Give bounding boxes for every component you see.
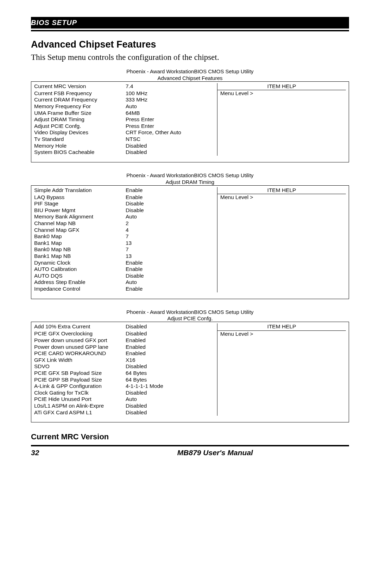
setting-value: Press Enter	[126, 123, 217, 130]
header-bar: BIOS SETUP	[31, 17, 349, 29]
setting-label: Current MRC Version	[34, 83, 126, 90]
bios-block: Phoenix - Award WorkstationBIOS CMOS Set…	[31, 309, 349, 423]
setting-label: SDVO	[34, 363, 126, 370]
setting-label: Dynamic Clock	[34, 260, 126, 266]
setting-label: AUTO DQS	[34, 273, 126, 279]
setting-value: 64 Bytes	[126, 370, 217, 377]
setting-value: Disabled	[126, 390, 217, 396]
setting-value: 13	[126, 240, 217, 247]
bios-caption: Phoenix - Award WorkstationBIOS CMOS Set…	[31, 68, 349, 75]
bios-subcaption: Advanced Chipset Features	[31, 75, 349, 81]
table-row: LAQ BypassEnableMenu Level >	[34, 194, 346, 201]
setting-value: Disabled	[126, 363, 217, 370]
setting-label: Current DRAM Frequency	[34, 97, 126, 103]
setting-value: 333 MHz	[126, 97, 217, 103]
table-row: PCIE GFX OverclockingDisabledMenu Level …	[34, 330, 346, 337]
setting-label: Simple Addr Translation	[34, 187, 126, 194]
setting-value: Disabled	[126, 330, 217, 337]
bios-table: Add 10% Extra CurrentDisabledITEM HELPPC…	[34, 323, 346, 416]
setting-value: Enabled	[126, 350, 217, 357]
setting-label: System BIOS Cacheable	[34, 149, 126, 156]
footer-page-number: 32	[31, 448, 177, 457]
setting-label: Address Step Enable	[34, 279, 126, 286]
setting-label: Power down unused GPP lane	[34, 344, 126, 351]
setting-value: Disabled	[126, 323, 217, 330]
setting-value: Enable	[126, 286, 217, 292]
footer-rule	[31, 445, 349, 446]
setting-value: 100 MHz	[126, 90, 217, 97]
setting-label: Power down unused GFX port	[34, 337, 126, 344]
setting-value: Disabled	[126, 409, 217, 416]
setting-value: 2	[126, 220, 217, 227]
setting-label: Video Display Devices	[34, 129, 126, 136]
setting-value: Auto	[126, 396, 217, 403]
setting-value: Disable	[126, 207, 217, 214]
setting-value: 13	[126, 253, 217, 260]
bios-caption: Phoenix - Award WorkstationBIOS CMOS Set…	[31, 172, 349, 179]
setting-value: X16	[126, 357, 217, 364]
setting-label: AUTO Calibration	[34, 266, 126, 273]
setting-value: 64MB	[126, 110, 217, 117]
bios-table-wrap: Current MRC Version7.4ITEM HELPCurrent F…	[31, 81, 349, 162]
setting-label: Bank0 Map NB	[34, 246, 126, 253]
setting-value: Enable	[126, 194, 217, 201]
item-help-body: Menu Level >	[217, 90, 346, 156]
setting-value: Disabled	[126, 149, 217, 156]
setting-value: CRT Force, Other Auto	[126, 129, 217, 136]
setting-label: Bank1 Map	[34, 240, 126, 247]
bios-table-wrap: Simple Addr TranslationEnableITEM HELPLA…	[31, 185, 349, 299]
setting-label: Add 10% Extra Current	[34, 323, 126, 330]
footer-manual: MB879 User's Manual	[177, 448, 349, 457]
setting-label: PIF Stage	[34, 200, 126, 207]
bios-caption: Phoenix - Award WorkstationBIOS CMOS Set…	[31, 309, 349, 316]
bios-table: Current MRC Version7.4ITEM HELPCurrent F…	[34, 83, 346, 156]
setting-value: 4-1-1-1-1 Mode	[126, 383, 217, 390]
item-help-header: ITEM HELP	[217, 83, 346, 90]
setting-label: Current FSB Frequency	[34, 90, 126, 97]
setting-label: PCIE GFX Overclocking	[34, 330, 126, 337]
setting-value: Enable	[126, 266, 217, 273]
table-row: Current FSB Frequency100 MHzMenu Level >	[34, 90, 346, 97]
header-rule	[31, 30, 349, 31]
setting-label: Clock Gating for TxClk	[34, 390, 126, 396]
table-row: Simple Addr TranslationEnableITEM HELP	[34, 187, 346, 194]
item-help-body: Menu Level >	[217, 194, 346, 292]
setting-label: PCIE CARD WORKAROUND	[34, 350, 126, 357]
footer-subtitle: Current MRC Version	[31, 432, 349, 441]
setting-value: Disable	[126, 200, 217, 207]
setting-label: PCIE Hide Unused Port	[34, 396, 126, 403]
setting-label: Impedance Control	[34, 286, 126, 292]
setting-value: 64 Bytes	[126, 377, 217, 383]
page: BIOS SETUP Advanced Chipset Features Thi…	[0, 0, 380, 588]
table-row: Add 10% Extra CurrentDisabledITEM HELP	[34, 323, 346, 330]
bios-subcaption: Adjust PCIE Confg.	[31, 315, 349, 321]
setting-value: Auto	[126, 213, 217, 220]
setting-value: Disabled	[126, 403, 217, 409]
header-title: BIOS SETUP	[31, 19, 77, 26]
setting-label: L0s/L1 ASPM on Alink-Expre	[34, 403, 126, 409]
setting-label: A-Link & GPP Configuration	[34, 383, 126, 390]
setting-value: Enabled	[126, 337, 217, 344]
bios-block: Phoenix - Award WorkstationBIOS CMOS Set…	[31, 172, 349, 299]
bios-subcaption: Adjust DRAM Timing	[31, 179, 349, 185]
section-desc: This Setup menu controls the configurati…	[31, 53, 349, 62]
setting-label: BIU Power Mgmt	[34, 207, 126, 214]
setting-label: Memory Frequency For	[34, 103, 126, 110]
setting-label: Adjust PCIE Confg.	[34, 123, 126, 130]
setting-label: GFX Link Width	[34, 357, 126, 364]
item-help-header: ITEM HELP	[217, 323, 346, 330]
table-row: Current MRC Version7.4ITEM HELP	[34, 83, 346, 90]
setting-label: LAQ Bypass	[34, 194, 126, 201]
setting-value: Auto	[126, 279, 217, 286]
setting-label: Memory Bank Alignment	[34, 213, 126, 220]
setting-value: 4	[126, 227, 217, 234]
setting-value: Enable	[126, 187, 217, 194]
setting-value: Enabled	[126, 344, 217, 351]
setting-value: Press Enter	[126, 116, 217, 123]
setting-value: 7.4	[126, 83, 217, 90]
setting-value: Auto	[126, 103, 217, 110]
setting-label: Tv Standard	[34, 136, 126, 143]
setting-value: Enable	[126, 260, 217, 266]
setting-label: Memory Hole	[34, 143, 126, 149]
setting-label: Bank0 Map	[34, 233, 126, 240]
